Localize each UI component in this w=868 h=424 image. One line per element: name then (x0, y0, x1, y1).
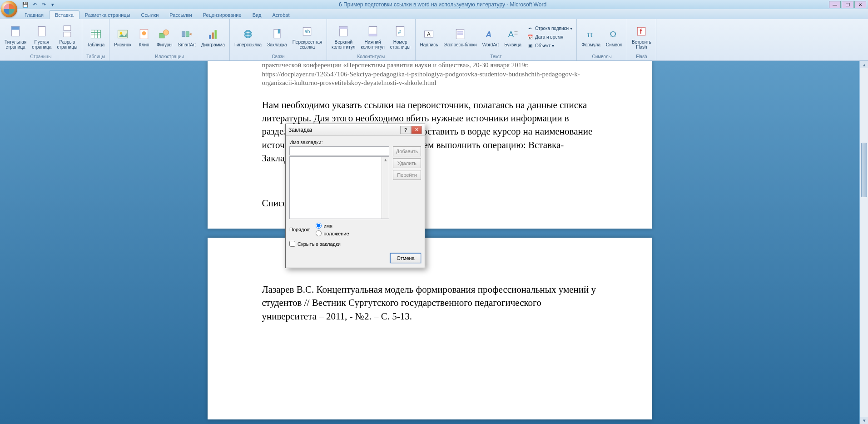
svg-text:f: f (640, 28, 642, 35)
svg-rect-28 (340, 27, 348, 29)
wordart-button[interactable]: A WordArt (481, 26, 501, 48)
bookmark-list[interactable]: ▴ (289, 156, 389, 219)
chart-icon (206, 27, 220, 41)
svg-text:A: A (427, 31, 431, 38)
tab-mailings[interactable]: Рассылки (164, 11, 197, 19)
textbox-icon: A (422, 27, 436, 41)
header-button[interactable]: Верхнийколонтитул (330, 23, 357, 50)
window-controls: — ❐ ✕ (829, 1, 866, 8)
tab-review[interactable]: Рецензирование (198, 11, 247, 19)
group-text: A Надпись Экспресс-блоки A WordArt A Бук… (416, 19, 577, 60)
textbox-button[interactable]: A Надпись (418, 26, 440, 48)
blank-page-button[interactable]: Пустаястраница (30, 23, 53, 50)
group-pages-label: Страницы (3, 54, 79, 60)
signature-line-button[interactable]: ✒Строка подписи ▾ (525, 24, 574, 32)
table-button[interactable]: Таблица (85, 26, 106, 48)
pagenumber-button[interactable]: # Номерстраницы (388, 23, 412, 50)
scroll-down-icon[interactable]: ▾ (860, 417, 868, 424)
crossref-icon: ab (300, 24, 314, 39)
object-icon: ▣ (526, 42, 534, 49)
svg-rect-30 (369, 34, 377, 36)
svg-rect-18 (209, 35, 211, 39)
picture-icon (115, 27, 130, 41)
svg-text:Ω: Ω (610, 30, 616, 39)
page-2: Лазарев В.С. Концептуальная модель форми… (208, 238, 652, 419)
undo-icon[interactable]: ↶ (31, 1, 38, 8)
svg-text:A: A (508, 30, 514, 39)
svg-rect-4 (64, 32, 71, 37)
equation-button[interactable]: π Формула (580, 26, 602, 48)
svg-rect-2 (38, 27, 45, 36)
bookmark-button[interactable]: Закладка (265, 26, 288, 48)
order-name-radio[interactable]: имя (316, 223, 349, 229)
svg-rect-36 (457, 31, 463, 33)
minimize-button[interactable]: — (829, 1, 841, 8)
dialog-help-button[interactable]: ? (400, 126, 411, 134)
hidden-bookmarks-checkbox[interactable]: Скрытые закладки (289, 241, 421, 247)
object-button[interactable]: ▣Объект ▾ (525, 41, 574, 50)
maximize-button[interactable]: ❐ (842, 1, 853, 8)
pagenumber-icon: # (393, 24, 407, 39)
document-area[interactable]: практической конференции «Перспективы ра… (0, 61, 859, 424)
quickparts-button[interactable]: Экспресс-блоки (441, 26, 478, 48)
header-icon (336, 24, 351, 39)
page-1: практической конференции «Перспективы ра… (208, 61, 652, 229)
blank-page-icon (35, 24, 49, 39)
redo-icon[interactable]: ↷ (40, 1, 47, 8)
symbol-button[interactable]: Ω Символ (604, 26, 624, 48)
datetime-icon: 📅 (526, 33, 534, 40)
tab-insert[interactable]: Вставка (49, 10, 79, 19)
tab-layout[interactable]: Разметка страницы (79, 11, 136, 19)
cover-page-icon (8, 24, 23, 39)
tab-acrobat[interactable]: Acrobat (267, 11, 295, 19)
goto-button[interactable]: Перейти (393, 170, 421, 180)
tab-references[interactable]: Ссылки (136, 11, 164, 19)
datetime-button[interactable]: 📅Дата и время (525, 33, 574, 41)
svg-text:ab: ab (305, 29, 310, 34)
group-text-label: Текст (418, 54, 574, 60)
vertical-scrollbar[interactable]: ▴ ▾ (860, 61, 868, 424)
smartart-icon (179, 27, 194, 41)
page-break-button[interactable]: Разрывстраницы (55, 23, 79, 50)
hyperlink-button[interactable]: Гиперссылка (233, 26, 263, 48)
footer-button[interactable]: Нижнийколонтитул (359, 23, 386, 50)
order-position-radio[interactable]: положение (316, 230, 349, 236)
shapes-button[interactable]: Фигуры (155, 26, 174, 48)
save-icon[interactable]: 💾 (22, 1, 29, 8)
bookmark-list-scrollbar[interactable]: ▴ (382, 157, 389, 219)
dialog-titlebar[interactable]: Закладка ? ✕ (286, 124, 425, 136)
clip-button[interactable]: Клип (135, 26, 153, 48)
svg-text:A: A (485, 30, 491, 39)
bookmark-dialog: Закладка ? ✕ Имя закладки: ▴ Добавить Уд… (285, 124, 425, 268)
quickparts-icon (453, 27, 467, 41)
cancel-button[interactable]: Отмена (390, 253, 421, 263)
scroll-up-icon[interactable]: ▴ (860, 61, 868, 68)
group-tables-label: Таблицы (85, 54, 106, 60)
group-links-label: Связи (233, 54, 324, 60)
qat-more-icon[interactable]: ▾ (49, 1, 56, 8)
smartart-button[interactable]: SmartArt (176, 26, 198, 48)
svg-text:#: # (398, 29, 401, 35)
embed-flash-button[interactable]: f ВстроитьFlash (630, 23, 653, 50)
tab-view[interactable]: Вид (247, 11, 267, 19)
picture-button[interactable]: Рисунок (112, 26, 133, 48)
tab-home[interactable]: Главная (19, 11, 49, 19)
dialog-close-button[interactable]: ✕ (411, 126, 422, 134)
delete-button[interactable]: Удалить (393, 158, 421, 168)
bookmark-name-input[interactable] (289, 146, 389, 155)
crossref-button[interactable]: ab Перекрестнаяссылка (291, 23, 324, 50)
scroll-up-icon[interactable]: ▴ (382, 157, 389, 164)
bookmark-icon (270, 27, 284, 41)
add-button[interactable]: Добавить (393, 146, 421, 156)
group-headers-label: Колонтитулы (330, 54, 412, 60)
close-button[interactable]: ✕ (854, 1, 866, 8)
group-headers: Верхнийколонтитул Нижнийколонтитул # Ном… (327, 19, 415, 60)
office-button[interactable] (1, 1, 17, 17)
cover-page-button[interactable]: Титульнаястраница (3, 23, 28, 50)
group-pages: Титульнаястраница Пустаястраница Разрывс… (0, 19, 82, 60)
table-icon (89, 27, 103, 41)
chart-button[interactable]: Диаграмма (199, 26, 227, 48)
dropcap-button[interactable]: A Буквица (502, 26, 523, 48)
group-illustrations-label: Иллюстрации (112, 54, 227, 60)
scroll-thumb[interactable] (861, 143, 867, 197)
